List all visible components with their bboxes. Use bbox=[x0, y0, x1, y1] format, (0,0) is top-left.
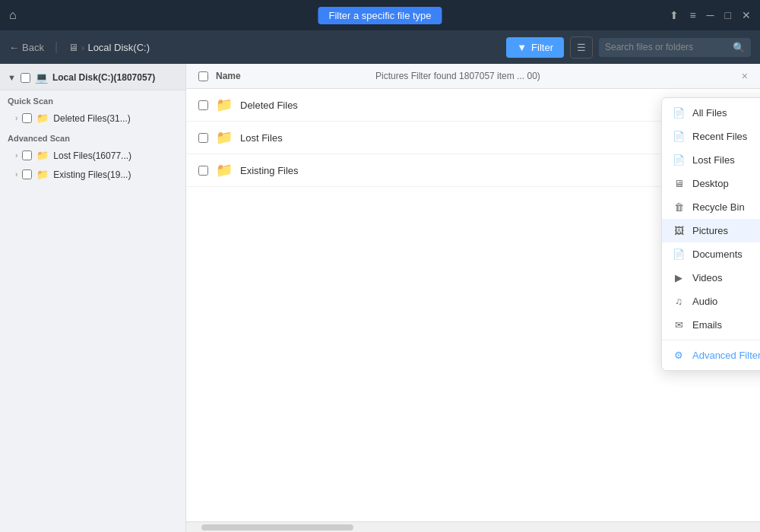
dropdown-item-videos[interactable]: ▶ Videos bbox=[662, 266, 760, 290]
back-button[interactable]: ← Back bbox=[9, 42, 44, 53]
filter-dropdown: 📄 All Files 📄 Recent Files 📄 Lost Files … bbox=[661, 97, 760, 371]
search-icon: 🔍 bbox=[733, 42, 745, 53]
dropdown-item-documents[interactable]: 📄 Documents bbox=[662, 242, 760, 266]
file-name-1: Lost Files bbox=[240, 132, 664, 144]
nav-separator: | bbox=[55, 40, 58, 54]
dropdown-icon-pictures: 🖼 bbox=[673, 225, 685, 236]
dropdown-icon-documents: 📄 bbox=[673, 249, 685, 260]
folder-icon-2: 📁 bbox=[216, 162, 233, 179]
row-checkbox-0[interactable] bbox=[198, 100, 208, 110]
file-name-0: Deleted Files bbox=[240, 100, 664, 111]
dropdown-label-videos: Videos bbox=[692, 272, 760, 283]
dropdown-icon-emails: ✉ bbox=[673, 319, 685, 331]
view-menu-button[interactable]: ☰ bbox=[570, 36, 593, 59]
title-bar: ⌂ Filter a specific file type ⬆ ≡ ─ □ ✕ bbox=[0, 0, 760, 30]
advanced-filter-icon: ⚙ bbox=[673, 350, 685, 361]
dropdown-label-emails: Emails bbox=[692, 319, 760, 331]
file-area: Name Pictures Filter found 1807057 item … bbox=[186, 64, 760, 532]
sidebar-lost-files[interactable]: › 📁 Lost Files(16077...) bbox=[0, 146, 185, 165]
minimize-icon[interactable]: ─ bbox=[707, 9, 714, 21]
menu-lines-icon: ☰ bbox=[577, 42, 586, 53]
dropdown-label-all-files: All Files bbox=[692, 107, 760, 119]
dropdown-label-desktop: Desktop bbox=[692, 178, 760, 189]
sidebar-lost-label: Lost Files(16077...) bbox=[53, 150, 178, 161]
filter-result-text: Pictures Filter found 1807057 item bbox=[375, 71, 515, 81]
row-checkbox-2[interactable] bbox=[198, 166, 208, 176]
sidebar-drive-checkbox[interactable] bbox=[21, 73, 30, 83]
sidebar-existing-expand[interactable]: › bbox=[15, 170, 17, 179]
dropdown-label-documents: Documents bbox=[692, 249, 760, 260]
sidebar-deleted-expand[interactable]: › bbox=[15, 114, 17, 122]
dropdown-icon-audio: ♫ bbox=[673, 296, 685, 307]
dropdown-icon-all-files: 📄 bbox=[673, 107, 685, 119]
breadcrumb-current: Local Disk(C:) bbox=[87, 42, 150, 53]
search-bar[interactable]: 🔍 bbox=[599, 38, 751, 57]
dropdown-label-recent-files: Recent Files bbox=[692, 131, 760, 142]
sidebar-drive-icon: 💻 bbox=[35, 71, 48, 84]
sidebar-drive-header[interactable]: ▼ 💻 Local Disk(C:)(1807057) bbox=[0, 64, 185, 90]
filter-label: Filter bbox=[531, 42, 553, 53]
dropdown-item-desktop[interactable]: 🖥 Desktop bbox=[662, 172, 760, 195]
advanced-filter-label: Advanced Filter bbox=[692, 350, 760, 361]
dropdown-label-audio: Audio bbox=[692, 296, 760, 307]
file-list-header: Name Pictures Filter found 1807057 item … bbox=[186, 64, 760, 89]
filter-icon: ▼ bbox=[517, 42, 527, 53]
breadcrumb: 🖥 › Local Disk(C:) bbox=[68, 42, 150, 53]
row-checkbox-1[interactable] bbox=[198, 133, 208, 143]
nav-bar: ← Back | 🖥 › Local Disk(C:) ▼ Filter ☰ 🔍 bbox=[0, 30, 760, 64]
dropdown-label-recycle-bin: Recycle Bin bbox=[692, 201, 760, 213]
dropdown-divider bbox=[662, 340, 760, 340]
dropdown-icon-recent-files: 📄 bbox=[673, 131, 685, 142]
share-icon[interactable]: ⬆ bbox=[670, 9, 679, 21]
dropdown-label-lost-files: Lost Files bbox=[692, 154, 760, 166]
search-input[interactable] bbox=[605, 42, 728, 52]
select-all-checkbox[interactable] bbox=[198, 71, 208, 81]
sidebar-deleted-icon: 📁 bbox=[36, 112, 49, 124]
sidebar-deleted-label: Deleted Files(31...) bbox=[53, 113, 178, 124]
name-column-header: Name bbox=[216, 71, 368, 81]
close-icon[interactable]: ✕ bbox=[742, 9, 751, 21]
breadcrumb-arrow: › bbox=[81, 42, 84, 53]
advanced-scan-label: Advanced Scan bbox=[0, 128, 185, 146]
sidebar-existing-checkbox[interactable] bbox=[22, 169, 32, 179]
sidebar-drive-label: Local Disk(C:)(1807057) bbox=[52, 72, 178, 83]
dropdown-label-pictures: Pictures bbox=[692, 225, 755, 236]
dropdown-item-emails[interactable]: ✉ Emails bbox=[662, 313, 760, 337]
sidebar: ▼ 💻 Local Disk(C:)(1807057) Quick Scan ›… bbox=[0, 64, 186, 532]
dropdown-item-recent-files[interactable]: 📄 Recent Files bbox=[662, 125, 760, 148]
back-label: Back bbox=[22, 42, 44, 53]
horizontal-scrollbar[interactable] bbox=[186, 521, 760, 532]
sidebar-existing-label: Existing Files(19...) bbox=[53, 169, 178, 180]
maximize-icon[interactable]: □ bbox=[725, 9, 731, 21]
file-name-2: Existing Files bbox=[240, 165, 664, 176]
filter-result-suffix2: 00) bbox=[527, 71, 540, 81]
dropdown-item-all-files[interactable]: 📄 All Files bbox=[662, 101, 760, 125]
folder-icon-0: 📁 bbox=[216, 97, 233, 113]
back-arrow-icon: ← bbox=[9, 42, 19, 53]
sidebar-deleted-files[interactable]: › 📁 Deleted Files(31...) bbox=[0, 109, 185, 128]
advanced-filter-item[interactable]: ⚙ Advanced Filter bbox=[662, 344, 760, 367]
dropdown-icon-desktop: 🖥 bbox=[673, 178, 685, 189]
sidebar-existing-files[interactable]: › 📁 Existing Files(19...) bbox=[0, 165, 185, 184]
scrollbar-thumb[interactable] bbox=[201, 524, 353, 530]
dropdown-item-audio[interactable]: ♫ Audio bbox=[662, 290, 760, 313]
dropdown-icon-lost-files: 📄 bbox=[673, 154, 685, 166]
filter-button[interactable]: ▼ Filter bbox=[506, 37, 564, 58]
quick-scan-label: Quick Scan bbox=[0, 90, 185, 109]
dropdown-icon-recycle-bin: 🗑 bbox=[673, 201, 685, 213]
sidebar-deleted-checkbox[interactable] bbox=[22, 113, 32, 123]
breadcrumb-folder-icon[interactable]: 🖥 bbox=[68, 42, 78, 53]
sidebar-lost-expand[interactable]: › bbox=[15, 151, 17, 160]
sidebar-lost-checkbox[interactable] bbox=[22, 150, 32, 160]
dropdown-icon-videos: ▶ bbox=[673, 272, 685, 283]
dropdown-item-lost-files[interactable]: 📄 Lost Files bbox=[662, 148, 760, 172]
dropdown-item-recycle-bin[interactable]: 🗑 Recycle Bin bbox=[662, 195, 760, 219]
sidebar-existing-icon: 📁 bbox=[36, 169, 49, 180]
nav-right-controls: ▼ Filter ☰ 🔍 bbox=[506, 36, 751, 59]
dropdown-item-pictures[interactable]: 🖼 Pictures ✓ bbox=[662, 219, 760, 242]
home-icon[interactable]: ⌂ bbox=[9, 8, 17, 22]
folder-icon-1: 📁 bbox=[216, 129, 233, 146]
close-filter-button[interactable]: × bbox=[742, 70, 748, 82]
menu-icon[interactable]: ≡ bbox=[689, 9, 695, 21]
sidebar-chevron-icon[interactable]: ▼ bbox=[8, 73, 16, 82]
